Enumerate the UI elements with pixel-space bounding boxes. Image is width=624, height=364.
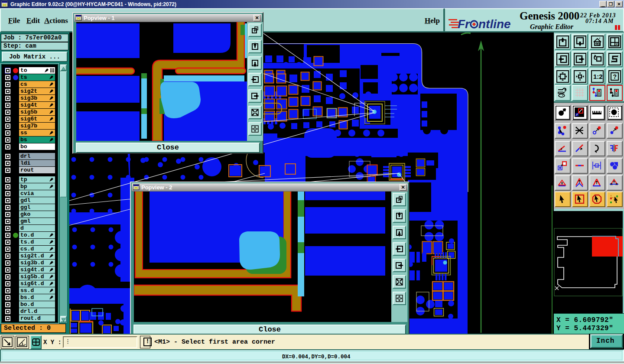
svg-text:Fr: Fr — [458, 17, 471, 31]
svg-text:4: 4 — [596, 164, 598, 167]
svg-text:x: x — [24, 343, 26, 346]
svg-text:1:2: 1:2 — [593, 73, 603, 80]
svg-text:?: ? — [613, 73, 617, 80]
svg-text:xy: xy — [616, 42, 619, 46]
svg-text:ntline: ntline — [478, 17, 511, 31]
